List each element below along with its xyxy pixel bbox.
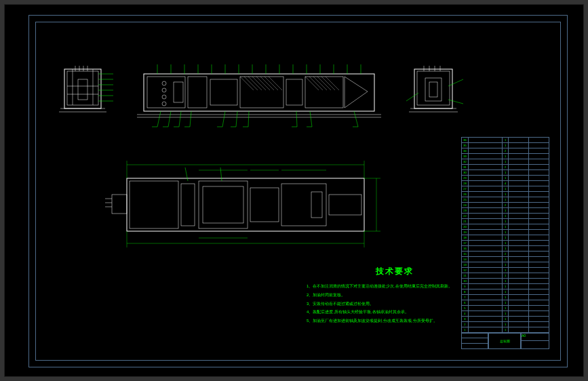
svg-line-32 bbox=[260, 77, 274, 90]
right-side-view bbox=[405, 66, 473, 127]
parts-list-row: 51 bbox=[462, 306, 549, 311]
parts-list-row: 221 bbox=[462, 214, 549, 219]
svg-line-74 bbox=[236, 111, 237, 127]
svg-rect-89 bbox=[429, 82, 437, 97]
left-side-view bbox=[52, 66, 120, 127]
parts-list-row: 71 bbox=[462, 295, 549, 300]
svg-rect-98 bbox=[130, 181, 178, 228]
svg-line-30 bbox=[252, 77, 266, 90]
svg-rect-0 bbox=[64, 69, 101, 108]
parts-list-row: 152 bbox=[462, 252, 549, 257]
svg-line-80 bbox=[310, 111, 312, 127]
parts-list-row: 321 bbox=[462, 159, 549, 165]
svg-line-124 bbox=[220, 167, 222, 181]
parts-list-row: 91 bbox=[462, 284, 549, 289]
svg-line-28 bbox=[244, 77, 258, 90]
parts-list-table: 3613513423313213123012912842712612512422… bbox=[461, 137, 549, 333]
parts-list-row: 81 bbox=[462, 289, 549, 295]
tech-req-item: 5、加油至厂有进加进前轴及加波染项提到,分改成互装装项,分所受母扩。 bbox=[307, 317, 483, 325]
svg-rect-47 bbox=[174, 82, 183, 102]
svg-line-72 bbox=[222, 111, 225, 127]
parts-list-row: 331 bbox=[462, 154, 549, 159]
parts-list-row: 111 bbox=[462, 273, 549, 279]
parts-list-row: 161 bbox=[462, 246, 549, 252]
parts-list-row: 11 bbox=[462, 327, 549, 333]
cad-viewport[interactable]: 技术要求 1、在不加注润滑的情况下对主要活动连接处少次,在使用结束后完全控制其刷… bbox=[4, 4, 584, 377]
svg-line-82 bbox=[354, 111, 358, 127]
drawing-number: A0 bbox=[522, 334, 549, 341]
tech-req-item: 4、装配后进度,所有轴头大经验平衡,各轴承油封其余承。 bbox=[307, 308, 483, 316]
svg-line-27 bbox=[240, 77, 254, 90]
tech-req-title: 技术要求 bbox=[307, 266, 483, 277]
parts-list-row: 171 bbox=[462, 241, 549, 246]
parts-list-row: 141 bbox=[462, 257, 549, 262]
svg-point-44 bbox=[162, 88, 166, 92]
parts-list-row: 191 bbox=[462, 230, 549, 235]
svg-line-66 bbox=[168, 111, 171, 127]
svg-rect-100 bbox=[199, 181, 248, 228]
svg-line-78 bbox=[296, 111, 297, 127]
parts-list-row: 284 bbox=[462, 181, 549, 186]
svg-line-40 bbox=[326, 77, 339, 90]
svg-line-31 bbox=[256, 77, 270, 90]
svg-line-123 bbox=[185, 167, 188, 181]
svg-line-70 bbox=[190, 111, 191, 127]
svg-point-43 bbox=[162, 81, 166, 85]
svg-line-68 bbox=[179, 111, 181, 127]
plan-view bbox=[100, 154, 385, 259]
parts-list-row: 181 bbox=[462, 235, 549, 241]
svg-rect-105 bbox=[329, 195, 361, 215]
parts-list-row: 41 bbox=[462, 311, 549, 317]
drawing-name: 总装图 bbox=[488, 333, 521, 349]
svg-rect-103 bbox=[281, 184, 326, 226]
parts-list-row: 271 bbox=[462, 186, 549, 192]
svg-line-39 bbox=[321, 77, 335, 90]
svg-rect-85 bbox=[417, 71, 450, 105]
svg-point-46 bbox=[162, 102, 166, 106]
svg-rect-97 bbox=[127, 178, 364, 231]
svg-rect-102 bbox=[250, 188, 279, 222]
parts-list-row: 101 bbox=[462, 279, 549, 284]
parts-list-row: 251 bbox=[462, 197, 549, 203]
svg-line-95 bbox=[448, 79, 463, 86]
svg-rect-88 bbox=[425, 78, 442, 101]
svg-rect-106 bbox=[112, 195, 127, 214]
svg-rect-22 bbox=[210, 79, 237, 105]
svg-rect-8 bbox=[78, 79, 87, 100]
parts-list-row: 261 bbox=[462, 192, 549, 197]
svg-line-76 bbox=[248, 111, 249, 127]
tech-req-item: 3、安装传动齿不能过紧或过松使用。 bbox=[307, 300, 483, 308]
parts-list-row: 301 bbox=[462, 170, 549, 176]
svg-rect-21 bbox=[188, 77, 207, 108]
svg-rect-23 bbox=[240, 77, 283, 108]
svg-rect-101 bbox=[203, 186, 243, 223]
parts-list-row: 121 bbox=[462, 268, 549, 273]
tech-req-item: 1、在不加注润滑的情况下对主要活动连接处少次,在使用结束后完全控制其刷新。 bbox=[307, 283, 483, 290]
svg-rect-24 bbox=[286, 79, 302, 105]
svg-line-29 bbox=[248, 77, 262, 90]
svg-line-37 bbox=[313, 77, 327, 90]
title-block: 3613513423313213123012912842712612512422… bbox=[461, 137, 549, 349]
svg-rect-84 bbox=[414, 69, 452, 108]
drawing-canvas[interactable]: 技术要求 1、在不加注润滑的情况下对主要活动连接处少次,在使用结束后完全控制其刷… bbox=[5, 5, 583, 376]
parts-list-row: 21 bbox=[462, 322, 549, 327]
svg-rect-104 bbox=[311, 192, 322, 218]
svg-line-33 bbox=[264, 77, 278, 90]
technical-requirements: 技术要求 1、在不加注润滑的情况下对主要活动连接处少次,在使用结束后完全控制其刷… bbox=[307, 266, 483, 326]
parts-list-row: 312 bbox=[462, 165, 549, 170]
svg-rect-99 bbox=[181, 184, 195, 226]
parts-list-row: 361 bbox=[462, 138, 549, 143]
svg-rect-1 bbox=[67, 71, 98, 105]
parts-list-row: 201 bbox=[462, 224, 549, 230]
parts-list-row: 31 bbox=[462, 317, 549, 322]
tech-req-item: 2、加油封闭前复核。 bbox=[307, 292, 483, 299]
parts-list-row: 242 bbox=[462, 203, 549, 208]
parts-list-row: 351 bbox=[462, 143, 549, 148]
svg-marker-26 bbox=[345, 77, 368, 108]
parts-list-row: 231 bbox=[462, 208, 549, 214]
svg-line-38 bbox=[317, 77, 331, 90]
svg-line-36 bbox=[309, 77, 323, 90]
svg-line-64 bbox=[157, 111, 161, 127]
parts-list-row: 211 bbox=[462, 219, 549, 224]
parts-list-row: 131 bbox=[462, 262, 549, 268]
